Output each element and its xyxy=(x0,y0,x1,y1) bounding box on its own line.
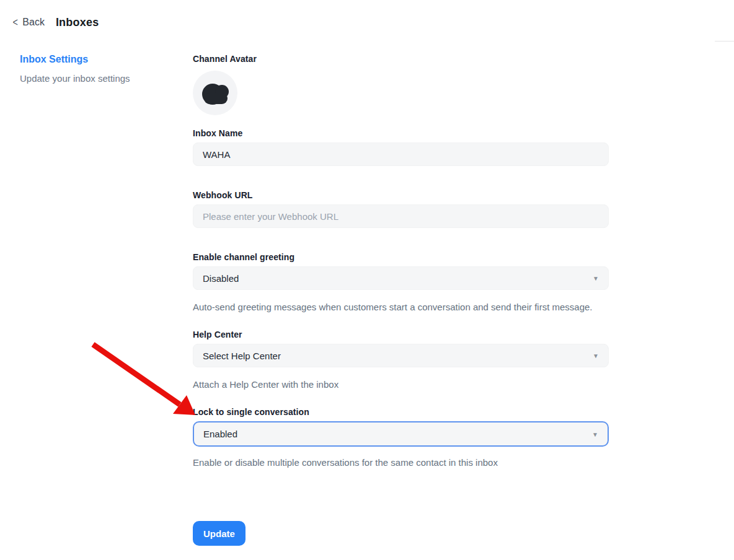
header-divider xyxy=(715,41,734,42)
help-center-label: Help Center xyxy=(193,330,609,339)
help-center-selected-value: Select Help Center xyxy=(203,351,281,361)
sidebar-subtitle: Update your inbox settings xyxy=(20,73,193,84)
chevron-left-icon: < xyxy=(12,16,17,28)
help-center-help: Attach a Help Center with the inbox xyxy=(193,379,609,390)
inbox-name-group: Inbox Name xyxy=(193,128,609,166)
lock-single-conversation-group: Lock to single conversation Enabled ▼ En… xyxy=(193,407,609,468)
channel-greeting-selected-value: Disabled xyxy=(203,273,239,284)
help-center-group: Help Center Select Help Center ▼ Attach … xyxy=(193,330,609,390)
channel-greeting-group: Enable channel greeting Disabled ▼ Auto-… xyxy=(193,252,609,312)
channel-avatar-label: Channel Avatar xyxy=(193,54,609,64)
lock-single-conversation-selected-value: Enabled xyxy=(203,429,237,439)
page-header: < Back Inboxes xyxy=(0,0,734,32)
channel-avatar[interactable] xyxy=(193,71,237,115)
dropdown-arrow-icon: ▼ xyxy=(593,352,599,359)
channel-greeting-select[interactable]: Disabled ▼ xyxy=(193,266,609,290)
sidebar-item-inbox-settings[interactable]: Inbox Settings xyxy=(20,54,193,65)
channel-greeting-label: Enable channel greeting xyxy=(193,252,609,262)
avatar-blob-icon xyxy=(193,71,237,115)
settings-sidebar: Inbox Settings Update your inbox setting… xyxy=(0,54,193,84)
lock-single-conversation-select[interactable]: Enabled ▼ xyxy=(193,421,609,447)
webhook-url-input[interactable] xyxy=(193,204,609,228)
lock-single-conversation-help: Enable or disable multiple conversations… xyxy=(193,457,609,468)
back-label: Back xyxy=(22,17,45,28)
webhook-url-group: Webhook URL xyxy=(193,190,609,228)
inbox-name-input[interactable] xyxy=(193,142,609,166)
dropdown-arrow-icon: ▼ xyxy=(593,275,599,282)
inbox-name-label: Inbox Name xyxy=(193,128,609,138)
page-title: Inboxes xyxy=(56,16,99,29)
webhook-url-label: Webhook URL xyxy=(193,190,609,200)
channel-greeting-help: Auto-send greeting messages when custome… xyxy=(193,302,609,312)
channel-avatar-group: Channel Avatar xyxy=(193,54,609,115)
lock-single-conversation-label: Lock to single conversation xyxy=(193,407,609,417)
content-area: Inbox Settings Update your inbox setting… xyxy=(0,32,734,546)
back-button[interactable]: < Back xyxy=(12,17,45,28)
inbox-settings-page: < Back Inboxes Inbox Settings Update you… xyxy=(0,0,734,560)
help-center-select[interactable]: Select Help Center ▼ xyxy=(193,344,609,367)
dropdown-arrow-icon: ▼ xyxy=(592,431,598,437)
update-button[interactable]: Update xyxy=(193,521,245,546)
inbox-settings-form: Channel Avatar Inbox Name xyxy=(193,54,609,546)
